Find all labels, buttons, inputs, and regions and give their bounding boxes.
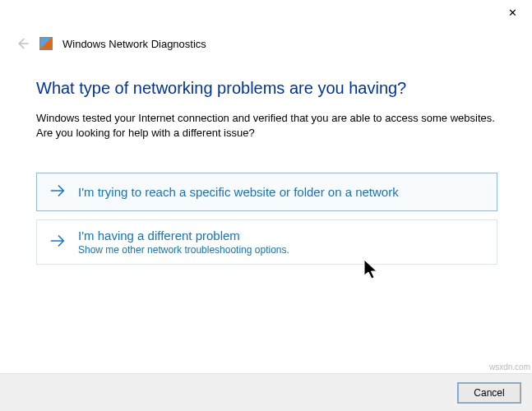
option-title: I'm having a different problem — [78, 229, 289, 242]
back-arrow-icon[interactable] — [15, 36, 30, 51]
app-title: Windows Network Diagnostics — [62, 38, 206, 50]
title-bar: ✕ — [0, 0, 532, 25]
cancel-button[interactable]: Cancel — [458, 383, 520, 403]
content-area: What type of networking problems are you… — [0, 51, 532, 265]
option-text: I'm trying to reach a specific website o… — [78, 185, 399, 199]
watermark: wsxdn.com — [489, 363, 530, 372]
page-heading: What type of networking problems are you… — [36, 79, 497, 98]
header: Windows Network Diagnostics — [0, 25, 532, 51]
option-different-problem[interactable]: I'm having a different problem Show me o… — [36, 219, 497, 265]
footer-bar: Cancel — [0, 373, 532, 411]
option-specific-website[interactable]: I'm trying to reach a specific website o… — [36, 173, 497, 211]
page-subtext: Windows tested your Internet connection … — [36, 111, 497, 140]
option-subtitle: Show me other network troubleshooting op… — [78, 244, 289, 256]
option-title: I'm trying to reach a specific website o… — [78, 185, 399, 199]
close-icon[interactable]: ✕ — [501, 3, 524, 21]
option-text: I'm having a different problem Show me o… — [78, 229, 289, 256]
app-icon — [39, 37, 53, 50]
arrow-right-icon — [49, 232, 67, 252]
arrow-right-icon — [49, 182, 67, 202]
